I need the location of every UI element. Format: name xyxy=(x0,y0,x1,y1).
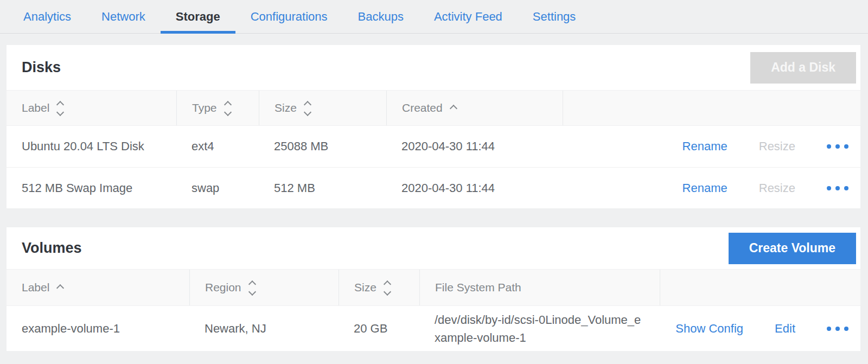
volumes-column-label[interactable]: Label xyxy=(7,270,189,305)
volume-size-cell: 20 GB xyxy=(339,306,419,351)
volumes-card-header: Volumes Create Volume xyxy=(7,227,860,269)
column-label-text: Label xyxy=(22,281,49,294)
file-system-path-text: /dev/disk/by-id/scsi-0Linode_Volume_exam… xyxy=(435,311,645,347)
volumes-section: Volumes Create Volume Label Region Size … xyxy=(7,227,860,351)
tab-settings[interactable]: Settings xyxy=(518,0,591,33)
tab-backups[interactable]: Backups xyxy=(343,0,419,33)
chevron-up-down-icon xyxy=(305,102,310,115)
tab-bar: Analytics Network Storage Configurations… xyxy=(0,0,868,34)
tab-network[interactable]: Network xyxy=(86,0,161,33)
column-label-text: Type xyxy=(192,101,217,114)
rename-link[interactable]: Rename xyxy=(682,181,727,195)
volumes-section-title: Volumes xyxy=(22,240,82,257)
disk-type-cell: ext4 xyxy=(176,126,259,167)
volume-region-cell: Newark, NJ xyxy=(189,306,339,351)
disks-column-size[interactable]: Size xyxy=(259,91,386,125)
disks-table-header: Label Type Size Created xyxy=(7,90,860,126)
disk-row-actions: Rename Resize xyxy=(563,126,860,167)
rename-link[interactable]: Rename xyxy=(682,139,727,154)
volumes-column-size[interactable]: Size xyxy=(339,270,419,305)
disk-created-cell: 2020-04-30 11:44 xyxy=(386,126,563,167)
disk-size-cell: 512 MB xyxy=(259,168,386,208)
volume-row-actions: Show Config Edit xyxy=(660,306,860,351)
resize-link[interactable]: Resize xyxy=(759,139,795,154)
ellipsis-icon[interactable] xyxy=(827,327,848,331)
disk-label-cell: 512 MB Swap Image xyxy=(7,168,176,208)
chevron-up-icon xyxy=(58,285,63,291)
ellipsis-icon[interactable] xyxy=(827,186,848,190)
tab-analytics[interactable]: Analytics xyxy=(8,0,86,33)
disk-type-cell: swap xyxy=(176,168,259,208)
edit-link[interactable]: Edit xyxy=(775,322,795,336)
chevron-up-down-icon xyxy=(385,282,390,295)
volume-table-row: example-volume-1 Newark, NJ 20 GB /dev/d… xyxy=(7,306,860,351)
create-volume-button[interactable]: Create Volume xyxy=(729,233,856,264)
chevron-up-down-icon xyxy=(225,102,231,115)
volume-path-cell: /dev/disk/by-id/scsi-0Linode_Volume_exam… xyxy=(419,306,660,351)
column-label-text: File System Path xyxy=(435,281,521,294)
column-label-text: Size xyxy=(275,101,297,114)
disks-section: Disks Add a Disk Label Type Size Created… xyxy=(7,45,860,208)
tab-storage[interactable]: Storage xyxy=(161,0,235,33)
disks-card-header: Disks Add a Disk xyxy=(7,45,860,90)
tab-configurations[interactable]: Configurations xyxy=(235,0,343,33)
disk-row-actions: Rename Resize xyxy=(563,168,860,208)
ellipsis-icon[interactable] xyxy=(827,144,848,149)
disks-column-type[interactable]: Type xyxy=(176,91,259,125)
disks-column-label[interactable]: Label xyxy=(7,91,176,125)
disk-label-cell: Ubuntu 20.04 LTS Disk xyxy=(7,126,176,167)
chevron-up-down-icon xyxy=(250,282,255,295)
disk-table-row: Ubuntu 20.04 LTS Disk ext4 25088 MB 2020… xyxy=(7,126,860,167)
resize-link[interactable]: Resize xyxy=(759,181,795,195)
disks-column-actions-empty xyxy=(563,91,860,125)
volumes-column-region[interactable]: Region xyxy=(189,270,339,305)
column-label-text: Created xyxy=(402,101,443,114)
volumes-column-path: File System Path xyxy=(419,270,660,305)
disks-section-title: Disks xyxy=(22,59,61,76)
add-a-disk-button[interactable]: Add a Disk xyxy=(750,52,856,84)
tab-activity-feed[interactable]: Activity Feed xyxy=(419,0,518,33)
volumes-column-actions-empty xyxy=(660,270,860,305)
volumes-table-header: Label Region Size File System Path xyxy=(7,269,860,306)
disk-created-cell: 2020-04-30 11:44 xyxy=(386,168,563,208)
chevron-up-down-icon xyxy=(58,102,63,115)
chevron-up-icon xyxy=(451,106,456,111)
column-label-text: Region xyxy=(205,281,241,294)
column-label-text: Size xyxy=(354,281,376,294)
disk-size-cell: 25088 MB xyxy=(259,126,386,167)
show-config-link[interactable]: Show Config xyxy=(675,322,743,336)
disk-table-row: 512 MB Swap Image swap 512 MB 2020-04-30… xyxy=(7,167,860,208)
disks-column-created[interactable]: Created xyxy=(386,91,563,125)
column-label-text: Label xyxy=(22,101,49,114)
volume-label-cell: example-volume-1 xyxy=(7,306,189,351)
